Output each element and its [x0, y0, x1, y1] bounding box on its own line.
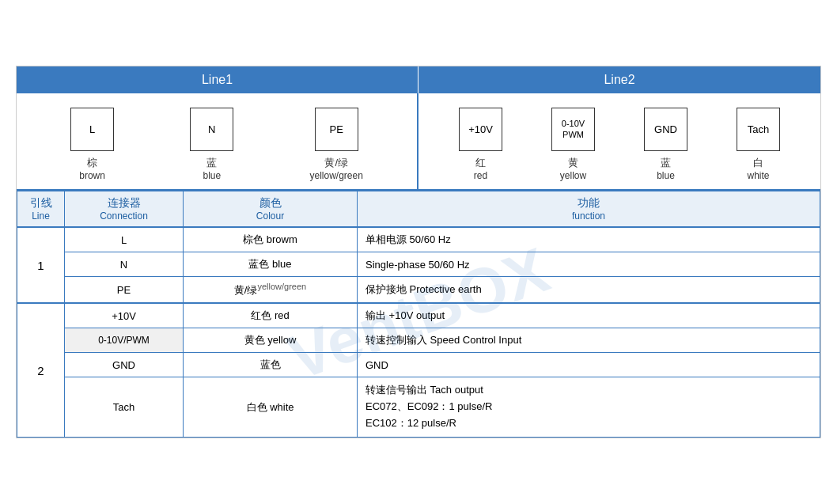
header-row: Line1 Line2 — [17, 66, 820, 93]
connector-label-10V: 红 red — [474, 156, 487, 181]
func-L-cell: 单相电源 50/60 Hz — [358, 227, 820, 252]
connector-PE: PE 黄/绿 yellow/green — [310, 108, 363, 181]
connector-label-PE: 黄/绿 yellow/green — [310, 156, 363, 181]
conn-L-cell: L — [65, 227, 184, 252]
colour-10V-cell: 红色 red — [184, 303, 358, 328]
func-N-cell: Single-phase 50/60 Hz — [358, 252, 820, 277]
th-conn: 连接器 Connection — [65, 191, 184, 228]
func-GND-cell: GND — [358, 353, 820, 377]
connector-PWM: 0-10VPWM 黄 yellow — [551, 108, 595, 181]
connector-10V: +10V 红 red — [459, 108, 502, 181]
diagram-line2: +10V 红 red 0-10VPWM 黄 yellow GND 蓝 bl — [418, 93, 820, 189]
table-header-row: 引线 Line 连接器 Connection 颜色 Colour 功能 func… — [17, 191, 820, 228]
table-row: GND 蓝色 GND — [17, 353, 820, 377]
colour-Tach-cell: 白色 white — [184, 377, 358, 437]
header-line2: Line2 — [418, 66, 820, 93]
main-container: Line1 Line2 L 棕 brown N 蓝 blue — [16, 66, 821, 438]
line-1-cell: 1 — [17, 227, 65, 303]
connector-box-N: N — [190, 108, 233, 151]
connector-box-PWM: 0-10VPWM — [551, 108, 595, 151]
colour-GND-cell: 蓝色 — [184, 353, 358, 377]
table-row: 0-10V/PWM 黄色 yellow 转速控制输入 Speed Control… — [17, 328, 820, 353]
connector-box-L: L — [70, 108, 114, 151]
connector-label-N: 蓝 blue — [203, 156, 221, 181]
func-10V-cell: 输出 +10V output — [358, 303, 820, 328]
connector-box-GND: GND — [644, 108, 687, 151]
colour-N-cell: 蓝色 blue — [184, 252, 358, 277]
conn-10V-cell: +10V — [65, 303, 184, 328]
diagram-row: L 棕 brown N 蓝 blue PE 黄/绿 yellow/gree — [17, 93, 820, 191]
conn-GND-cell: GND — [65, 353, 184, 377]
conn-PE-cell: PE — [65, 277, 184, 304]
connector-box-10V: +10V — [459, 108, 502, 151]
connector-label-PWM: 黄 yellow — [560, 156, 586, 181]
colour-PWM-cell: 黄色 yellow — [184, 328, 358, 353]
conn-Tach-cell: Tach — [65, 377, 184, 437]
table-row: 2 +10V 红色 red 输出 +10V output — [17, 303, 820, 328]
connector-N: N 蓝 blue — [190, 108, 233, 181]
connector-label-Tach: 白 white — [747, 156, 769, 181]
connector-box-Tach: Tach — [737, 108, 780, 151]
conn-PWM-cell: 0-10V/PWM — [65, 328, 184, 353]
connector-L: L 棕 brown — [70, 108, 114, 181]
connector-GND: GND 蓝 blue — [644, 108, 687, 181]
colour-PE-cell: 黄/绿yellow/green — [184, 277, 358, 304]
connector-Tach: Tach 白 white — [737, 108, 780, 181]
data-table: 引线 Line 连接器 Connection 颜色 Colour 功能 func… — [17, 191, 820, 438]
header-line1: Line1 — [17, 66, 418, 93]
table-row: 1 L 棕色 browm 单相电源 50/60 Hz — [17, 227, 820, 252]
th-func: 功能 function — [358, 191, 820, 228]
th-line: 引线 Line — [17, 191, 65, 228]
connector-label-L: 棕 brown — [79, 156, 105, 181]
func-PWM-cell: 转速控制输入 Speed Control Input — [358, 328, 820, 353]
func-PE-cell: 保护接地 Protective earth — [358, 277, 820, 304]
colour-L-cell: 棕色 browm — [184, 227, 358, 252]
table-wrapper: VentBOX 引线 Line 连接器 Connection 颜色 Colour — [17, 191, 820, 438]
table-row: PE 黄/绿yellow/green 保护接地 Protective earth — [17, 277, 820, 304]
connector-label-GND: 蓝 blue — [657, 156, 675, 181]
table-row: N 蓝色 blue Single-phase 50/60 Hz — [17, 252, 820, 277]
table-row: Tach 白色 white 转速信号输出 Tach output EC072、E… — [17, 377, 820, 437]
th-colour: 颜色 Colour — [184, 191, 358, 228]
connector-box-PE: PE — [315, 108, 358, 151]
conn-N-cell: N — [65, 252, 184, 277]
diagram-line1: L 棕 brown N 蓝 blue PE 黄/绿 yellow/gree — [17, 93, 418, 189]
func-Tach-cell: 转速信号输出 Tach output EC072、EC092：1 pulse/R… — [358, 377, 820, 437]
line-2-cell: 2 — [17, 303, 65, 437]
